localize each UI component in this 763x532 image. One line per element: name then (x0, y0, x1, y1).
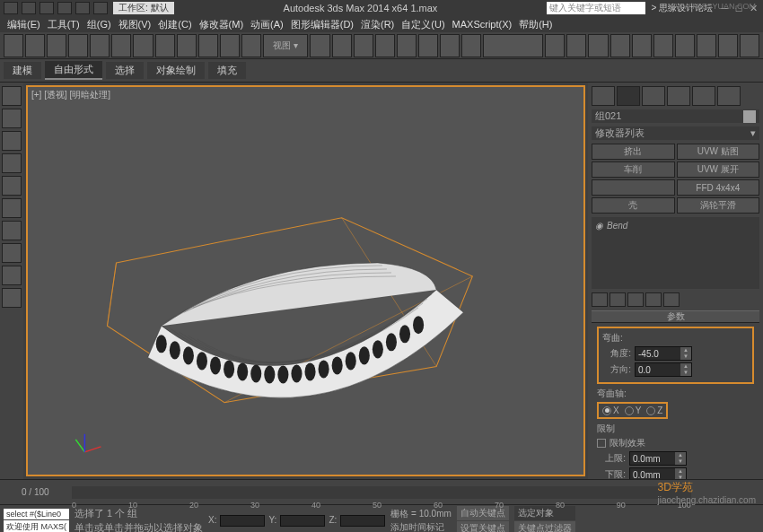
quick-lathe-button[interactable]: 车削 (592, 161, 675, 178)
left-tool-3[interactable] (2, 131, 22, 151)
direction-spinner[interactable]: ▲▼ (635, 362, 692, 377)
qat-undo-icon[interactable] (75, 2, 90, 14)
angle-input[interactable] (636, 347, 680, 360)
bind-spacewarp-button[interactable] (90, 34, 110, 57)
mode-selection[interactable]: 选择 (106, 62, 144, 79)
app-menu-icon[interactable] (4, 2, 18, 14)
display-tab-icon[interactable] (692, 86, 715, 106)
upper-limit-input[interactable] (630, 452, 675, 465)
create-tab-icon[interactable] (592, 86, 615, 106)
redo-button[interactable] (25, 34, 45, 57)
menu-render[interactable]: 渲染(R) (361, 18, 394, 31)
mirror-button[interactable] (545, 34, 565, 57)
menu-help[interactable]: 帮助(H) (519, 18, 552, 31)
modifier-stack[interactable]: ◉ Bend (592, 217, 759, 289)
help-search-input[interactable]: 键入关键字或短语 (547, 2, 645, 14)
window-crossing-button[interactable] (177, 34, 197, 57)
angle-up-icon[interactable]: ▲ (680, 347, 691, 353)
qat-save-icon[interactable] (57, 2, 72, 14)
left-tool-6[interactable] (2, 198, 22, 218)
select-scale-button[interactable] (241, 34, 261, 57)
remove-modifier-button[interactable] (645, 292, 662, 307)
quick-empty-button[interactable] (592, 179, 675, 196)
menu-view[interactable]: 视图(V) (118, 18, 152, 31)
render-button[interactable] (740, 34, 759, 57)
mode-modeling[interactable]: 建模 (4, 62, 41, 79)
material-editor-button[interactable] (675, 34, 695, 57)
x-input[interactable] (220, 515, 265, 527)
snap-percent-button[interactable] (418, 34, 438, 57)
limit-effect-checkbox[interactable]: 限制效果 (597, 437, 754, 449)
qat-new-icon[interactable] (22, 2, 36, 14)
select-move-button[interactable] (198, 34, 218, 57)
ul-down-icon[interactable]: ▼ (675, 458, 686, 465)
timeline-track[interactable]: 0 10 20 30 40 50 60 70 80 90 100 (72, 486, 691, 499)
upper-limit-spinner[interactable]: ▲▼ (629, 451, 687, 466)
menu-tools[interactable]: 工具(T) (48, 18, 80, 31)
parameters-rollout-header[interactable]: 参数 (592, 310, 759, 323)
show-end-result-button[interactable] (610, 292, 626, 307)
axis-y-radio[interactable]: Y (625, 406, 642, 415)
mode-freeform[interactable]: 自由形式 (45, 61, 102, 80)
direction-up-icon[interactable]: ▲ (680, 363, 691, 370)
menu-create[interactable]: 创建(C) (158, 18, 191, 31)
angle-spinner[interactable]: ▲▼ (635, 346, 692, 361)
listener-line2[interactable]: 欢迎使用 MAXS( (4, 520, 69, 533)
ll-up-icon[interactable]: ▲ (675, 468, 686, 475)
select-manipulate-button[interactable] (332, 34, 352, 57)
key-filters-button[interactable]: 关键点过滤器 (514, 521, 575, 532)
link-button[interactable] (47, 34, 66, 57)
quick-uvwunwrap-button[interactable]: UVW 展开 (677, 161, 760, 178)
make-unique-button[interactable] (627, 292, 644, 307)
layers-button[interactable] (588, 34, 608, 57)
menu-customize[interactable]: 自定义(U) (401, 18, 444, 31)
select-name-button[interactable] (133, 34, 153, 57)
named-selection-button[interactable] (461, 34, 481, 57)
direction-input[interactable] (636, 363, 680, 376)
curve-editor-button[interactable] (632, 34, 652, 57)
mode-populate[interactable]: 填充 (208, 62, 246, 79)
axis-x-radio[interactable]: X (602, 406, 619, 415)
motion-tab-icon[interactable] (667, 86, 690, 106)
select-rotate-button[interactable] (220, 34, 240, 57)
hierarchy-tab-icon[interactable] (642, 86, 665, 106)
mode-objectpaint[interactable]: 对象绘制 (147, 62, 205, 79)
utilities-tab-icon[interactable] (717, 86, 741, 106)
quick-turbosmooth-button[interactable]: 涡轮平滑 (677, 197, 760, 214)
z-input[interactable] (340, 515, 385, 527)
menu-group[interactable]: 组(G) (87, 18, 111, 31)
perspective-viewport[interactable]: [+] [透视] [明暗处理] (26, 85, 585, 476)
align-button[interactable] (566, 34, 586, 57)
qat-redo-icon[interactable] (93, 2, 108, 14)
render-setup-button[interactable] (697, 34, 716, 57)
use-center-button[interactable] (310, 34, 329, 57)
left-tool-7[interactable] (2, 221, 22, 240)
quick-ffd-button[interactable]: FFD 4x4x4 (677, 179, 760, 196)
object-name-field[interactable]: 组021 (592, 109, 759, 123)
y-input[interactable] (280, 515, 325, 527)
stack-item-bend[interactable]: ◉ Bend (595, 221, 756, 231)
listener-line1[interactable]: select #($Line0 (4, 509, 69, 519)
snap-2d-button[interactable] (375, 34, 395, 57)
modifier-list-dropdown[interactable]: 修改器列表 ▾ (592, 126, 759, 140)
graphite-button[interactable] (610, 34, 630, 57)
left-tool-4[interactable] (2, 153, 22, 173)
menu-edit[interactable]: 编辑(E) (7, 18, 40, 31)
add-time-tag-button[interactable]: 添加时间标记 (390, 521, 452, 532)
time-slider[interactable]: 0 / 100 0 10 20 30 40 50 60 70 80 90 100 (0, 479, 763, 504)
configure-sets-button[interactable] (663, 292, 680, 307)
quick-extrude-button[interactable]: 挤出 (592, 144, 675, 160)
select-region-button[interactable] (155, 34, 175, 57)
qat-open-icon[interactable] (39, 2, 54, 14)
ul-up-icon[interactable]: ▲ (675, 452, 686, 458)
workspace-selector[interactable]: 工作区: 默认 (113, 2, 174, 14)
pin-stack-button[interactable] (592, 292, 608, 307)
angle-down-icon[interactable]: ▼ (680, 353, 691, 360)
select-button[interactable] (111, 34, 131, 57)
menu-graph[interactable]: 图形编辑器(D) (291, 18, 354, 31)
left-tool-2[interactable] (2, 109, 22, 128)
quick-uvwmap-button[interactable]: UVW 贴图 (677, 144, 760, 160)
unlink-button[interactable] (68, 34, 88, 57)
left-tool-10[interactable] (2, 288, 22, 308)
left-tool-5[interactable] (2, 176, 22, 196)
